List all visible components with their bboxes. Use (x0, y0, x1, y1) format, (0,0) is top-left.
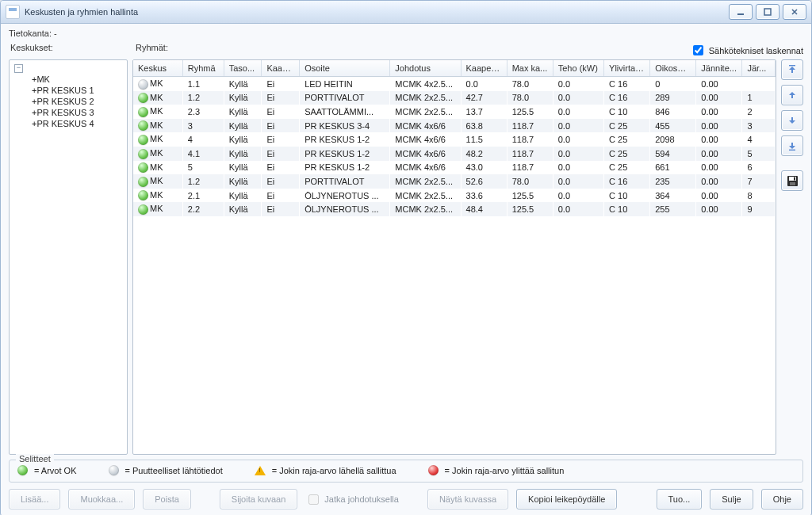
table-row[interactable]: MK2.1KylläEiÖLJYNEROTUS ...MCMK 2x2.5...… (133, 189, 776, 203)
table-row[interactable]: MK1.1KylläEiLED HEITINMCMK 4x2.5...0.078… (133, 77, 776, 91)
cell: C 10 (604, 202, 650, 216)
table-row[interactable]: MK3KylläEiPR KESKUS 3-4MCMK 4x6/663.8118… (133, 119, 776, 133)
cell: 0.0 (553, 105, 603, 119)
cell: PR KESKUS 1-2 (300, 132, 390, 147)
table-row[interactable]: MK4KylläEiPR KESKUS 1-2MCMK 4x6/611.5118… (133, 132, 776, 147)
tree-item[interactable]: +PR KESKUS 2 (11, 96, 125, 107)
wiring-checkbox-input[interactable] (308, 494, 319, 505)
cell: Ei (262, 161, 300, 175)
cell: MK (133, 105, 182, 119)
wiring-checkbox[interactable]: Jatka johdotuksella (305, 492, 399, 507)
status-icon (138, 79, 148, 90)
cell: 8 (742, 189, 776, 203)
cell: 4.1 (182, 147, 224, 161)
column-header[interactable]: Kaavi... (262, 60, 300, 77)
cell: 5 (182, 161, 224, 175)
status-icon (138, 162, 148, 173)
column-header[interactable]: Kaapeli... (461, 60, 507, 77)
cell: Ei (262, 91, 300, 105)
show-button[interactable]: Näytä kuvassa (427, 489, 508, 509)
column-header[interactable]: Keskus (133, 60, 182, 77)
calc-checkbox-input[interactable] (693, 45, 703, 55)
tree-body[interactable]: −+MK+PR KESKUS 1+PR KESKUS 2+PR KESKUS 3… (9, 59, 128, 455)
column-header[interactable]: Oikosul... (650, 60, 696, 77)
cell: 125.5 (507, 202, 553, 216)
tree[interactable]: −+MK+PR KESKUS 1+PR KESKUS 2+PR KESKUS 3… (11, 63, 125, 129)
grid-header-row[interactable]: KeskusRyhmäTaso...Kaavi...OsoiteJohdotus… (133, 60, 776, 77)
cell: MK (133, 189, 182, 203)
database-label: Tietokanta: - (9, 29, 57, 38)
close-window-button[interactable]: Sulje (710, 489, 753, 509)
column-header[interactable]: Taso... (224, 60, 262, 77)
cell: MK (133, 202, 182, 216)
cell: 78.0 (507, 174, 553, 189)
cell: 1.2 (182, 174, 224, 189)
move-down-button[interactable] (781, 110, 803, 131)
move-bottom-button[interactable] (781, 135, 803, 156)
legend-ok: = Arvot OK (17, 465, 77, 475)
column-header[interactable]: Max ka... (507, 60, 553, 77)
table-row[interactable]: MK2.3KylläEiSAATTOLÄMMI...MCMK 2x2.5...1… (133, 105, 776, 119)
column-header[interactable]: Ryhmä (182, 60, 224, 77)
table-row[interactable]: MK5KylläEiPR KESKUS 1-2MCMK 4x6/643.0118… (133, 161, 776, 175)
side-buttons (781, 59, 803, 455)
cell: PORTTIVALOT (300, 91, 390, 105)
move-up-button[interactable] (781, 85, 803, 105)
status-icon (138, 190, 148, 200)
tree-item[interactable]: +PR KESKUS 1 (11, 85, 125, 96)
cell: MK (133, 132, 182, 147)
column-header[interactable]: Jär... (742, 60, 776, 77)
tree-root[interactable]: − (11, 63, 125, 74)
left-panel-label: Keskukset: (10, 43, 134, 58)
column-header[interactable]: Teho (kW) (553, 60, 603, 77)
cell: 0.00 (696, 161, 742, 175)
tree-item[interactable]: +MK (11, 74, 125, 85)
lists-row: −+MK+PR KESKUS 1+PR KESKUS 2+PR KESKUS 3… (9, 59, 803, 455)
grid-body[interactable]: MK1.1KylläEiLED HEITINMCMK 4x2.5...0.078… (133, 77, 776, 454)
cell: Ei (262, 202, 300, 216)
grid-rows[interactable]: MK1.1KylläEiLED HEITINMCMK 4x2.5...0.078… (133, 77, 776, 216)
status-icon (138, 120, 148, 131)
tree-item[interactable]: +PR KESKUS 4 (11, 118, 125, 129)
cell: LED HEITIN (300, 77, 390, 91)
maximize-button[interactable] (756, 4, 779, 20)
collapse-icon[interactable]: − (14, 64, 23, 73)
column-header[interactable]: Osoite (300, 60, 390, 77)
cell: Ei (262, 189, 300, 203)
help-button[interactable]: Ohje (761, 489, 803, 509)
cell: 0.00 (696, 147, 742, 161)
cell: 9 (742, 202, 776, 216)
cell: Kyllä (224, 132, 262, 147)
cell: 33.6 (461, 189, 507, 203)
delete-button[interactable]: Poista (143, 489, 191, 509)
cell: C 16 (604, 91, 650, 105)
copy-button[interactable]: Kopioi leikepöydälle (516, 489, 617, 509)
save-button[interactable] (781, 170, 803, 191)
table-row[interactable]: MK2.2KylläEiÖLJYNEROTUS ...MCMK 2x2.5...… (133, 202, 776, 216)
cell: 78.0 (507, 91, 553, 105)
place-button[interactable]: Sijoita kuvaan (220, 489, 298, 509)
table-row[interactable]: MK1.2KylläEiPORTTIVALOTMCMK 2x2.5...52.6… (133, 174, 776, 189)
table-row[interactable]: MK4.1KylläEiPR KESKUS 1-2MCMK 4x6/648.21… (133, 147, 776, 161)
import-button[interactable]: Tuo... (657, 489, 703, 509)
cell: Ei (262, 132, 300, 147)
cell: Kyllä (224, 105, 262, 119)
tree-item[interactable]: +PR KESKUS 3 (11, 107, 125, 118)
minimize-button[interactable] (729, 4, 753, 20)
column-header[interactable]: Johdotus (390, 60, 461, 77)
move-top-button[interactable] (781, 59, 803, 80)
cell: 0.0 (553, 147, 603, 161)
table-row[interactable]: MK1.2KylläEiPORTTIVALOTMCMK 2x2.5...42.7… (133, 91, 776, 105)
cell: 0.0 (553, 132, 603, 147)
status-icon (138, 177, 148, 187)
add-button[interactable]: Lisää... (9, 489, 60, 509)
status-icon (138, 149, 148, 159)
cell: 0.00 (696, 77, 742, 91)
cell: 1.2 (182, 91, 224, 105)
cell: 0.0 (553, 174, 603, 189)
close-button[interactable] (783, 4, 806, 20)
column-header[interactable]: Jännite... (696, 60, 742, 77)
edit-button[interactable]: Muokkaa... (68, 489, 135, 509)
column-header[interactable]: Ylivirtas... (604, 60, 650, 77)
calc-checkbox[interactable]: Sähkötekniset laskennat (690, 43, 803, 58)
